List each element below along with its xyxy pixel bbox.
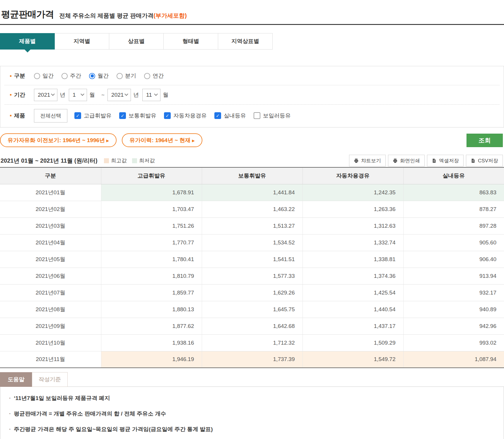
category-radio[interactable]: 월간 [89,72,109,80]
legend-item: 최저값 [132,157,155,164]
select-all-button[interactable]: 전체선택 [34,109,67,122]
page-subtitle: 전체 주유소의 제품별 평균 판매가격(부가세포함) [59,12,187,21]
product-checkbox[interactable]: ✓자동차용경유 [164,112,207,120]
search-button[interactable]: 조회 [467,134,503,147]
view-tab[interactable]: 상표별 [109,33,164,50]
arrow-right-icon: ▶ [192,139,195,143]
arrow-right-icon: ▶ [106,139,109,143]
end-month-select[interactable]: 11 [142,89,160,101]
view-tab[interactable]: 형태별 [163,33,218,50]
help-tab[interactable]: 도움말 [0,372,32,387]
table-toolbar: 챠트보기화면인쇄엑셀저장CSV저장 [349,155,503,166]
price-cell: 1,737.39 [202,351,303,368]
start-year-select[interactable]: 2021 [34,89,57,101]
column-header: 구분 [0,167,101,184]
radio-label: 연간 [153,72,164,80]
category-radio[interactable]: 연간 [144,72,164,80]
chart-view-button[interactable]: 챠트보기 [349,155,386,166]
radio-label: 월간 [98,72,109,80]
product-checkbox[interactable]: ✓실내등유 [214,112,246,120]
table-body: 2021년01월1,678.911,441.841,242.35863.8320… [0,184,504,368]
price-history-link[interactable]: 유가이력: 1964년 ~ 현재▶ [122,133,202,147]
row-label: 2021년09월 [0,318,101,334]
category-radio[interactable]: 주간 [61,72,81,80]
view-tab[interactable]: 지역별 [54,33,109,50]
price-cell: 1,712.32 [202,334,303,351]
printer-icon [393,158,398,163]
row-label: 2021년11월 [0,351,101,368]
month-unit: 월 [163,91,168,99]
help-tab[interactable]: 작성기준 [32,372,68,387]
printer-icon [354,158,359,163]
subtitle-text: 전체 주유소의 제품별 평균 판매가격 [59,12,153,19]
checkbox-label: 보통휘발유 [129,112,156,120]
radio-label: 주간 [70,72,81,80]
checked-checkbox-icon: ✓ [214,112,221,119]
view-tab[interactable]: 제품별 [0,33,55,50]
price-cell: 1,513.27 [202,217,303,234]
page-header: 평균판매가격 전체 주유소의 제품별 평균 판매가격(부가세포함) [1,8,504,21]
csv-save-button[interactable]: CSV저장 [466,155,503,166]
bullet-icon: · [9,411,11,417]
price-cell: 993.02 [403,334,504,351]
product-label: 제품 [14,112,25,120]
help-note-text: ‘11년7월1일 보일러등유 제품규격 폐지 [14,394,110,402]
product-checkbox[interactable]: ✓고급휘발유 [74,112,112,120]
radio-icon [89,73,95,79]
price-cell: 878.27 [403,201,504,217]
legend-label: 최저값 [139,157,155,164]
category-radio[interactable]: 분기 [117,72,136,80]
view-tab[interactable]: 지역상표별 [218,33,273,50]
year-unit: 년 [60,91,65,99]
price-cell: 1,703.47 [101,201,202,217]
product-checkbox[interactable]: 보일러등유 [254,112,291,120]
chevron-down-icon [154,92,158,96]
radio-icon [34,73,40,79]
table-row: 2021년03월1,751.261,513.271,312.63897.28 [0,217,504,234]
help-note: ·주간평균 가격은 해당 주 일요일~목요일의 평균 가격임(금요일에 주간 통… [9,426,495,433]
price-cell: 1,509.29 [303,334,403,351]
price-cell: 913.94 [403,268,504,284]
chevron-down-icon [81,92,84,96]
end-year-select[interactable]: 2021 [107,89,131,101]
price-cell: 905.60 [403,234,504,251]
row-label: 2021년06월 [0,268,101,284]
save-icon [432,158,437,163]
price-table: 구분고급휘발유보통휘발유자동차용경유실내등유 2021년01월1,678.911… [0,167,504,368]
print-button[interactable]: 화면인쇄 [388,155,425,166]
page: 평균판매가격 전체 주유소의 제품별 평균 판매가격(부가세포함) 제품별지역별… [0,8,504,439]
legend-item: 최고값 [104,157,127,164]
page-title: 평균판매가격 [1,8,54,21]
table-row: 2021년06월1,810.791,577.331,374.36913.94 [0,268,504,284]
pre-liberalization-link[interactable]: 유가자유화 이전보기: 1964년 ~ 1996년▶ [0,133,117,147]
table-caption-row: 2021년 01월 ~ 2021년 11월 (원/리터) 최고값최저값 챠트보기… [0,155,504,166]
filter-box: 구분 일간주간월간분기연간 기간 2021 년 1 월 ~ 2021 년 11 … [0,66,504,127]
category-radio[interactable]: 일간 [34,72,54,80]
pill-label: 유가자유화 이전보기: 1964년 ~ 1996년 [8,137,105,144]
help-tabs: 도움말작성기준 [0,372,504,387]
month-unit: 월 [89,91,95,99]
chevron-down-icon [124,92,128,96]
product-checkbox[interactable]: ✓보통휘발유 [119,112,156,120]
category-radio-group: 일간주간월간분기연간 [34,72,164,80]
category-label: 구분 [14,72,25,80]
column-header: 보통휘발유 [202,167,303,184]
help-note-text: 평균판매가격 = 개별 주유소 판매가격의 합 / 전체 주유소 개수 [14,410,166,418]
toolbar-button-label: 엑셀저장 [439,157,459,164]
price-cell: 932.17 [403,284,504,301]
price-cell: 1,780.41 [101,251,202,268]
price-cell: 940.89 [403,301,504,318]
price-cell: 1,751.26 [101,217,202,234]
checkbox-label: 고급휘발유 [84,112,112,120]
table-caption: 2021년 01월 ~ 2021년 11월 (원/리터) [1,157,98,165]
row-label: 2021년05월 [0,251,101,268]
title-divider [0,24,504,25]
row-label: 2021년02월 [0,201,101,217]
radio-icon [61,73,68,79]
excel-save-button[interactable]: 엑셀저장 [427,155,464,166]
filter-row-category: 구분 일간주간월간분기연간 [4,67,500,85]
start-month-select[interactable]: 1 [69,89,87,101]
help-notes: ·‘11년7월1일 보일러등유 제품규격 폐지·평균판매가격 = 개별 주유소 … [9,394,495,433]
price-cell: 1,441.84 [202,184,303,201]
table-row: 2021년05월1,780.411,541.511,338.81906.40 [0,251,504,268]
